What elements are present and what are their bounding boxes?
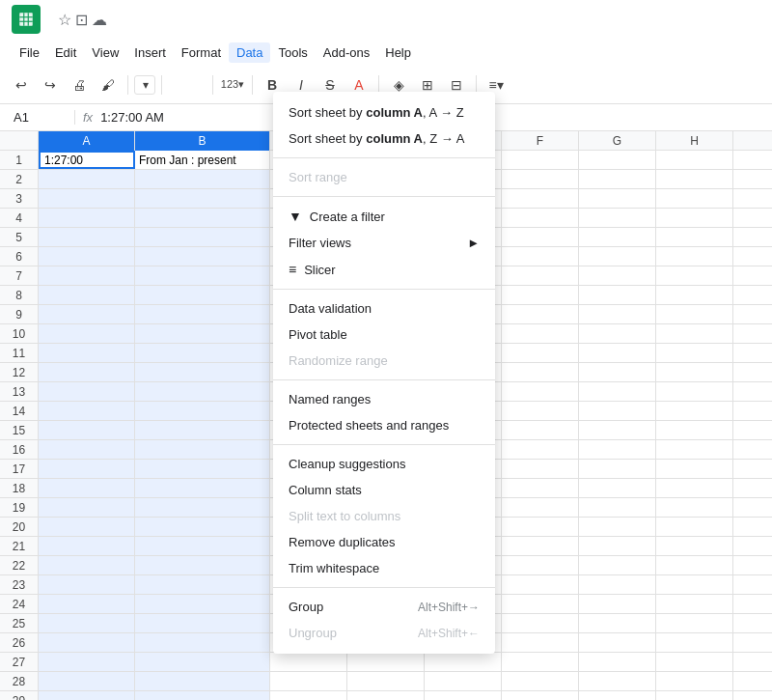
row-number[interactable]: 5 — [0, 228, 39, 246]
cell[interactable] — [135, 363, 270, 381]
cell[interactable] — [502, 575, 579, 594]
cell[interactable] — [579, 575, 656, 594]
cell[interactable] — [39, 305, 135, 323]
cell[interactable] — [135, 653, 270, 671]
cell[interactable] — [39, 498, 135, 517]
menu-tools[interactable]: Tools — [270, 42, 315, 63]
cell[interactable] — [39, 518, 135, 536]
slicer-item[interactable]: ≡ Slicer — [273, 256, 495, 283]
data-validation-item[interactable]: Data validation — [273, 295, 495, 322]
cell[interactable] — [502, 247, 579, 266]
cell[interactable]: 1:27:00 — [39, 151, 135, 169]
cell[interactable] — [425, 691, 502, 700]
cell[interactable] — [39, 170, 135, 188]
row-number[interactable]: 29 — [0, 691, 39, 700]
menu-insert[interactable]: Insert — [126, 42, 174, 63]
cell[interactable] — [502, 537, 579, 555]
cell[interactable] — [502, 151, 579, 169]
row-number[interactable]: 7 — [0, 266, 39, 285]
cell[interactable] — [135, 305, 270, 323]
cell[interactable] — [656, 228, 733, 246]
row-number[interactable]: 3 — [0, 189, 39, 208]
cell[interactable] — [39, 228, 135, 246]
cell[interactable] — [502, 672, 579, 690]
cell[interactable] — [135, 691, 270, 700]
cell[interactable] — [656, 286, 733, 304]
cell[interactable] — [135, 247, 270, 266]
column-stats-item[interactable]: Column stats — [273, 477, 495, 503]
col-header-b[interactable]: B — [135, 131, 270, 151]
cell[interactable] — [579, 421, 656, 439]
cell[interactable] — [579, 518, 656, 536]
row-number[interactable]: 24 — [0, 595, 39, 613]
cell[interactable] — [39, 324, 135, 343]
cell[interactable] — [579, 479, 656, 497]
menu-view[interactable]: View — [84, 42, 126, 63]
cell[interactable] — [347, 691, 425, 700]
cell[interactable] — [579, 614, 656, 632]
cell[interactable] — [39, 556, 135, 574]
row-number[interactable]: 23 — [0, 575, 39, 594]
cell[interactable] — [656, 363, 733, 381]
cell[interactable] — [656, 460, 733, 478]
cell[interactable] — [656, 189, 733, 208]
cell[interactable] — [656, 440, 733, 459]
cell[interactable] — [502, 440, 579, 459]
cell[interactable] — [270, 672, 347, 690]
cell[interactable] — [39, 189, 135, 208]
row-number[interactable]: 26 — [0, 633, 39, 652]
cell[interactable] — [656, 209, 733, 227]
cell[interactable] — [135, 344, 270, 362]
row-number[interactable]: 10 — [0, 324, 39, 343]
cell[interactable] — [502, 209, 579, 227]
cell[interactable] — [39, 614, 135, 632]
row-number[interactable]: 13 — [0, 382, 39, 401]
create-filter-item[interactable]: ▼ Create a filter — [273, 203, 495, 230]
cell[interactable] — [656, 691, 733, 700]
currency-button[interactable] — [168, 83, 179, 87]
protected-sheets-item[interactable]: Protected sheets and ranges — [273, 412, 495, 438]
more-formats-button[interactable]: 123▾ — [219, 71, 246, 98]
cell[interactable] — [579, 363, 656, 381]
cell[interactable] — [39, 363, 135, 381]
cell[interactable] — [270, 653, 347, 671]
menu-file[interactable]: File — [12, 42, 47, 63]
decimal-button[interactable] — [195, 83, 207, 87]
cell[interactable] — [656, 324, 733, 343]
row-number[interactable]: 1 — [0, 151, 39, 169]
row-number[interactable]: 27 — [0, 653, 39, 671]
pivot-table-item[interactable]: Pivot table — [273, 322, 495, 348]
cell[interactable] — [579, 151, 656, 169]
cell[interactable] — [39, 460, 135, 478]
cell[interactable] — [579, 633, 656, 652]
cell[interactable] — [270, 691, 347, 700]
cell[interactable] — [502, 614, 579, 632]
row-number[interactable]: 12 — [0, 363, 39, 381]
row-number[interactable]: 17 — [0, 460, 39, 478]
row-number[interactable]: 6 — [0, 247, 39, 266]
cell[interactable] — [579, 170, 656, 188]
cell[interactable] — [656, 151, 733, 169]
cell[interactable] — [579, 440, 656, 459]
cell[interactable] — [656, 247, 733, 266]
cell[interactable] — [502, 421, 579, 439]
star-icon[interactable]: ☆ — [58, 11, 71, 29]
cell[interactable] — [656, 170, 733, 188]
cell[interactable] — [502, 556, 579, 574]
cell[interactable] — [135, 672, 270, 690]
cell[interactable] — [579, 402, 656, 420]
menu-edit[interactable]: Edit — [47, 42, 84, 63]
cell[interactable] — [579, 189, 656, 208]
cell[interactable] — [579, 247, 656, 266]
cell[interactable] — [656, 672, 733, 690]
cell[interactable] — [656, 653, 733, 671]
cell[interactable] — [579, 460, 656, 478]
cell[interactable] — [135, 421, 270, 439]
cell[interactable] — [502, 305, 579, 323]
cell[interactable] — [39, 633, 135, 652]
cell[interactable] — [39, 575, 135, 594]
cell[interactable] — [135, 595, 270, 613]
cell[interactable] — [39, 672, 135, 690]
cell[interactable] — [502, 595, 579, 613]
row-number[interactable]: 4 — [0, 209, 39, 227]
